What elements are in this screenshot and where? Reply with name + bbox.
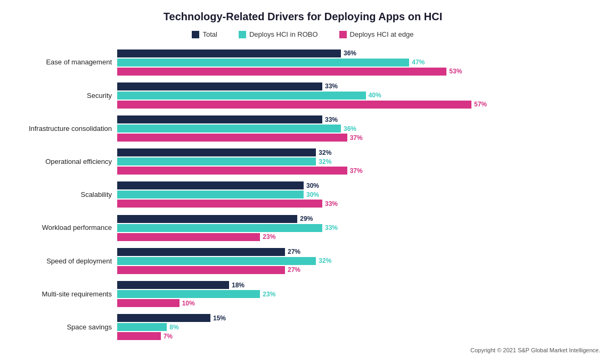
bar-row-4-1: 30% <box>117 191 600 198</box>
bar-row-3-0: 32% <box>117 148 600 156</box>
bar-edge-8 <box>117 332 161 340</box>
bar-group-5: 29%33%23% <box>117 213 600 242</box>
bar-row-4-0: 30% <box>117 181 600 189</box>
bar-row-5-0: 29% <box>117 215 600 223</box>
bar-label-total-5: 29% <box>300 215 313 222</box>
bar-edge-5 <box>117 233 260 241</box>
bar-label-robo-6: 32% <box>319 257 331 264</box>
bar-label-total-4: 30% <box>306 182 319 189</box>
bar-total-4 <box>117 181 304 189</box>
bar-edge-1 <box>117 101 471 109</box>
chart-title: Technology-Related Drivers for Deploying… <box>5 11 600 23</box>
bar-row-5-2: 23% <box>117 233 600 241</box>
bar-total-1 <box>117 82 322 90</box>
bar-row-7-1: 23% <box>117 290 600 298</box>
bar-label-robo-1: 40% <box>369 92 381 99</box>
legend-item-2: Deploys HCI at edge <box>339 30 414 38</box>
bar-robo-2 <box>117 125 341 133</box>
chart-body: Ease of managementSecurityInfrastructure… <box>5 46 600 344</box>
y-label-8: Space savings <box>5 313 112 342</box>
bar-row-6-2: 27% <box>117 266 600 274</box>
copyright-text: Copyright © 2021 S&P Global Market Intel… <box>5 347 600 353</box>
y-label-6: Speed of deployment <box>5 246 112 275</box>
bar-robo-7 <box>117 290 260 298</box>
bar-edge-7 <box>117 299 180 307</box>
y-label-7: Multi-site requirements <box>5 280 112 309</box>
y-label-5: Workload performance <box>5 213 112 242</box>
legend-label-0: Total <box>202 30 217 38</box>
bar-label-edge-4: 33% <box>325 200 338 208</box>
bar-row-7-2: 10% <box>117 299 600 307</box>
bar-group-1: 33%40%57% <box>117 81 600 110</box>
bar-label-edge-1: 57% <box>474 101 487 108</box>
y-label-3: Operational efficiency <box>5 147 112 176</box>
bar-label-robo-4: 30% <box>306 191 319 198</box>
bar-label-robo-2: 36% <box>344 125 356 133</box>
y-labels: Ease of managementSecurityInfrastructure… <box>5 46 117 344</box>
bar-row-4-2: 33% <box>117 200 600 208</box>
bar-edge-2 <box>117 134 347 142</box>
bar-label-edge-8: 7% <box>164 333 173 340</box>
bar-edge-0 <box>117 68 446 76</box>
bar-row-3-2: 37% <box>117 167 600 175</box>
bar-group-3: 32%32%37% <box>117 147 600 176</box>
bar-row-8-0: 15% <box>117 314 600 322</box>
bar-label-robo-7: 23% <box>263 291 275 298</box>
bar-robo-0 <box>117 59 409 67</box>
bar-label-edge-2: 37% <box>350 134 363 142</box>
bar-label-edge-3: 37% <box>350 167 363 175</box>
y-label-2: Infrastructure consolidation <box>5 114 112 143</box>
bar-robo-8 <box>117 323 167 331</box>
bar-total-0 <box>117 49 341 57</box>
bar-row-1-0: 33% <box>117 82 600 90</box>
bar-robo-4 <box>117 191 304 198</box>
legend-swatch-2 <box>339 31 347 38</box>
bar-label-edge-7: 10% <box>182 300 195 307</box>
bar-row-8-2: 7% <box>117 332 600 340</box>
bar-label-edge-0: 53% <box>449 68 462 75</box>
bar-total-3 <box>117 148 316 156</box>
bar-edge-3 <box>117 167 347 175</box>
bar-total-8 <box>117 314 210 322</box>
bar-label-total-8: 15% <box>213 315 226 322</box>
bar-robo-1 <box>117 92 366 100</box>
legend-swatch-0 <box>192 31 199 38</box>
bar-label-total-3: 32% <box>319 149 331 156</box>
bar-row-1-2: 57% <box>117 101 600 109</box>
legend-label-1: Deploys HCI in ROBO <box>249 30 318 38</box>
bar-label-edge-6: 27% <box>288 266 300 274</box>
bar-robo-3 <box>117 158 316 166</box>
bar-label-robo-8: 8% <box>169 324 178 331</box>
bar-total-6 <box>117 248 285 256</box>
legend-swatch-1 <box>239 31 246 38</box>
bar-label-total-1: 33% <box>325 82 338 90</box>
bar-robo-6 <box>117 257 316 265</box>
y-label-0: Ease of management <box>5 48 112 77</box>
bar-row-6-1: 32% <box>117 257 600 265</box>
bar-group-7: 18%23%10% <box>117 280 600 309</box>
bar-total-7 <box>117 281 229 289</box>
bar-label-total-7: 18% <box>232 282 245 289</box>
bar-label-total-2: 33% <box>325 116 338 123</box>
bar-row-2-1: 36% <box>117 125 600 133</box>
bar-label-total-0: 36% <box>344 49 356 57</box>
bar-row-6-0: 27% <box>117 248 600 256</box>
legend-label-2: Deploys HCI at edge <box>350 30 414 38</box>
bar-label-robo-5: 33% <box>325 224 338 231</box>
bar-group-8: 15%8%7% <box>117 313 600 342</box>
bar-edge-6 <box>117 266 285 274</box>
bar-total-5 <box>117 215 297 223</box>
bar-label-robo-0: 47% <box>412 59 425 66</box>
bar-group-0: 36%47%53% <box>117 48 600 77</box>
bar-row-1-1: 40% <box>117 92 600 100</box>
bar-label-total-6: 27% <box>288 248 300 255</box>
bar-row-0-0: 36% <box>117 49 600 57</box>
bar-row-5-1: 33% <box>117 224 600 232</box>
bar-row-3-1: 32% <box>117 158 600 166</box>
bar-row-0-2: 53% <box>117 68 600 76</box>
bar-row-2-2: 37% <box>117 134 600 142</box>
bar-row-7-0: 18% <box>117 281 600 289</box>
bar-total-2 <box>117 115 322 123</box>
bar-row-2-0: 33% <box>117 115 600 123</box>
y-label-1: Security <box>5 81 112 110</box>
